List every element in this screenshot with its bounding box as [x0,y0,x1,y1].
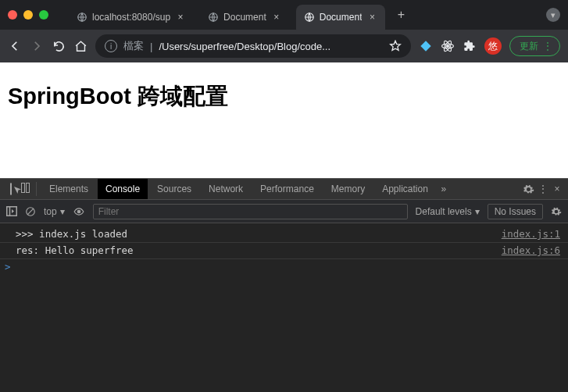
console-toolbar: top ▾ Default levels ▾ No Issues [0,200,568,223]
globe-icon [208,12,219,23]
svg-point-3 [447,45,449,48]
menu-dots-icon: ⋮ [543,41,552,52]
globe-icon [77,12,88,23]
prompt-chevron-icon: > [5,261,11,273]
devtools-panel: Elements Console Sources Network Perform… [0,178,568,392]
browser-toolbar: i 檔案 | /Users/superfree/Desktop/Blog/cod… [0,30,568,62]
extensions-puzzle-icon[interactable] [463,39,477,53]
devtools-tabbar: Elements Console Sources Network Perform… [0,178,568,200]
url-scheme-label: 檔案 [123,39,144,53]
close-tab-icon[interactable]: × [271,12,282,23]
devtools-tab-network[interactable]: Network [201,179,251,199]
settings-gear-icon[interactable] [523,184,535,195]
devtools-tab-console[interactable]: Console [98,179,148,199]
tab-list-chevron-icon[interactable]: ▾ [546,8,560,22]
execution-context-selector[interactable]: top ▾ [44,206,65,217]
globe-icon [304,12,315,23]
extension-diamond-icon[interactable] [419,39,433,53]
more-tabs-chevron-icon[interactable]: » [438,184,450,194]
devtools-tab-application[interactable]: Application [374,179,436,199]
tab-title: Document [223,12,266,23]
inspect-element-icon[interactable] [5,184,17,194]
console-filter-input[interactable] [93,204,408,219]
page-heading: SpringBoot 跨域配置 [8,81,560,112]
live-expression-eye-icon[interactable] [73,206,85,217]
back-button[interactable] [8,39,22,53]
issues-button[interactable]: No Issues [488,204,543,219]
update-button[interactable]: 更新 ⋮ [509,36,560,56]
log-levels-selector[interactable]: Default levels ▾ [416,206,480,217]
reload-button[interactable] [52,39,66,53]
url-path: /Users/superfree/Desktop/Blog/code... [159,41,330,52]
console-log-row: >>> index.js loaded index.js:1 [0,226,568,243]
console-output[interactable]: >>> index.js loaded index.js:1 res: Hell… [0,223,568,392]
forward-button[interactable] [30,39,44,53]
svg-line-10 [27,208,34,214]
new-tab-button[interactable]: + [391,8,410,22]
update-button-label: 更新 [520,40,538,53]
profile-badge[interactable]: 悠 [484,37,502,55]
close-devtools-icon[interactable]: × [551,184,563,194]
kebab-menu-icon[interactable]: ⋮ [537,184,549,194]
window-titlebar: localhost:8080/sup × Document × Document… [0,0,568,30]
console-sidebar-toggle-icon[interactable] [6,206,17,216]
console-log-row: res: Hello superfree index.js:6 [0,243,568,259]
caret-down-icon: ▾ [60,206,65,217]
browser-tab-1[interactable]: localhost:8080/sup × [69,5,194,30]
devtools-tab-elements[interactable]: Elements [41,179,96,199]
log-message: res: Hello superfree [16,244,502,258]
console-settings-gear-icon[interactable] [551,206,562,217]
log-source-link[interactable]: index.js:1 [502,227,560,241]
caret-down-icon: ▾ [475,206,480,217]
bookmark-star-icon[interactable] [389,40,402,52]
console-prompt[interactable]: > [0,259,568,274]
traffic-lights [8,10,48,20]
log-message: >>> index.js loaded [16,227,502,241]
tab-title: Document [320,12,363,23]
close-window-button[interactable] [8,10,17,20]
address-bar[interactable]: i 檔案 | /Users/superfree/Desktop/Blog/cod… [95,34,411,58]
maximize-window-button[interactable] [39,10,48,20]
tab-title: localhost:8080/sup [92,12,170,23]
browser-tab-3-active[interactable]: Document × [296,5,386,30]
minimize-window-button[interactable] [23,10,33,20]
clear-console-icon[interactable] [25,206,36,217]
home-button[interactable] [73,39,88,53]
close-tab-icon[interactable]: × [366,12,377,23]
devtools-tab-performance[interactable]: Performance [252,179,322,199]
page-content: SpringBoot 跨域配置 [0,62,568,178]
svg-point-11 [77,210,80,213]
site-info-icon[interactable]: i [105,40,117,52]
browser-tab-2[interactable]: Document × [200,5,290,30]
devtools-tab-sources[interactable]: Sources [149,179,199,199]
close-tab-icon[interactable]: × [175,12,186,23]
devtools-tab-memory[interactable]: Memory [323,179,373,199]
log-source-link[interactable]: index.js:6 [502,244,560,258]
react-devtools-icon[interactable] [441,39,455,53]
